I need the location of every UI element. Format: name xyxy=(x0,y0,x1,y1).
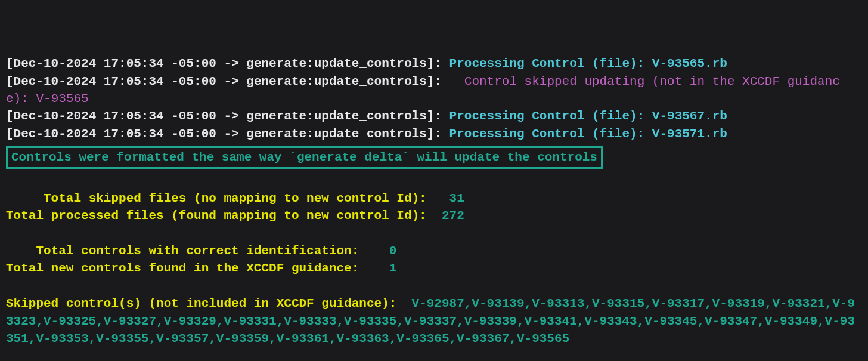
summary-line: Total processed files (found mapping to … xyxy=(6,209,427,223)
log-msg: Processing Control (file): xyxy=(450,109,645,123)
summary-value: 0 xyxy=(389,244,397,258)
summary-value: 272 xyxy=(442,209,464,223)
summary-line: Total controls with correct identificati… xyxy=(6,244,359,258)
summary-value: 31 xyxy=(450,192,464,205)
summary-line: Total skipped files (no mapping to new c… xyxy=(6,192,427,205)
log-line: [Dec-10-2024 17:05:34 -05:00 -> generate… xyxy=(6,127,727,141)
info-box: Controls were formatted the same way `ge… xyxy=(6,146,603,168)
box-message: Controls were formatted the same way `ge… xyxy=(11,150,597,164)
log-bracket: [Dec-10-2024 17:05:34 -05:00 -> generate… xyxy=(6,75,442,88)
summary-line: Total new controls found in the XCCDF gu… xyxy=(6,261,359,275)
log-line: [Dec-10-2024 17:05:34 -05:00 -> generate… xyxy=(6,109,727,123)
skipped-controls-label: Skipped control(s) (not included in XCCD… xyxy=(6,297,396,310)
log-bracket: [Dec-10-2024 17:05:34 -05:00 -> generate… xyxy=(6,109,442,123)
log-file: V-93567.rb xyxy=(652,109,727,123)
summary-value: 1 xyxy=(389,261,397,275)
log-file: V-93571.rb xyxy=(652,127,727,141)
terminal-output: [Dec-10-2024 17:05:34 -05:00 -> generate… xyxy=(6,55,862,361)
log-id: V-93565 xyxy=(36,92,88,106)
log-bracket: [Dec-10-2024 17:05:34 -05:00 -> generate… xyxy=(6,57,442,70)
log-line: [Dec-10-2024 17:05:34 -05:00 -> generate… xyxy=(6,75,840,106)
log-file: V-93565.rb xyxy=(652,57,727,70)
log-msg: Processing Control (file): xyxy=(450,127,645,141)
log-bracket: [Dec-10-2024 17:05:34 -05:00 -> generate… xyxy=(6,127,442,141)
log-line: [Dec-10-2024 17:05:34 -05:00 -> generate… xyxy=(6,57,727,70)
log-msg: Processing Control (file): xyxy=(450,57,645,70)
